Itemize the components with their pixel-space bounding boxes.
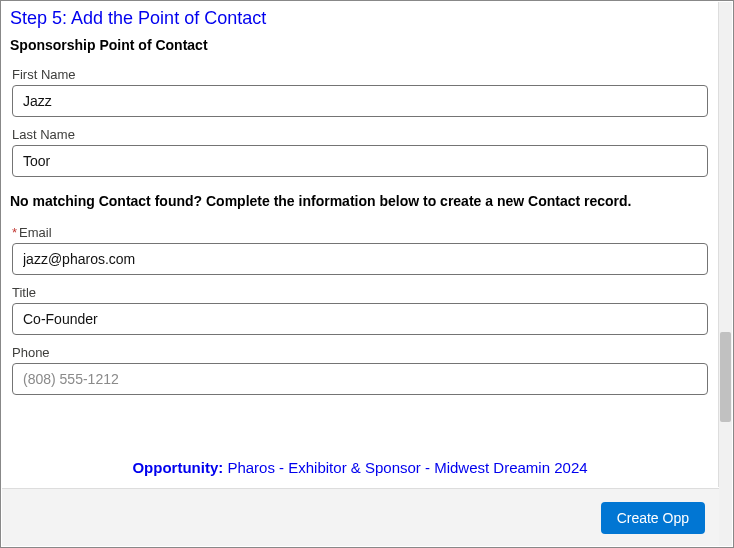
opportunity-line: Opportunity: Pharos - Exhibitor & Sponso… — [2, 401, 718, 476]
create-opp-button[interactable]: Create Opp — [601, 502, 705, 534]
phone-input[interactable] — [12, 363, 708, 395]
last-name-field: Last Name — [2, 123, 718, 183]
phone-field: Phone — [2, 341, 718, 401]
title-label: Title — [12, 285, 708, 300]
email-label-text: Email — [19, 225, 52, 240]
email-field: *Email — [2, 221, 718, 281]
first-name-label: First Name — [12, 67, 708, 82]
email-input[interactable] — [12, 243, 708, 275]
dialog-frame: Step 5: Add the Point of Contact Sponsor… — [0, 0, 734, 548]
first-name-field: First Name — [2, 63, 718, 123]
last-name-input[interactable] — [12, 145, 708, 177]
opportunity-label: Opportunity: — [132, 459, 227, 476]
first-name-input[interactable] — [12, 85, 708, 117]
no-match-helper-text: No matching Contact found? Complete the … — [2, 183, 718, 221]
step-title: Step 5: Add the Point of Contact — [2, 2, 718, 31]
footer-bar: Create Opp — [2, 488, 719, 546]
last-name-label: Last Name — [12, 127, 708, 142]
email-label: *Email — [12, 225, 708, 240]
form-body: Step 5: Add the Point of Contact Sponsor… — [2, 2, 719, 487]
phone-label: Phone — [12, 345, 708, 360]
title-field: Title — [2, 281, 718, 341]
vertical-scrollbar-track[interactable] — [719, 2, 732, 546]
opportunity-value: Pharos - Exhibitor & Sponsor - Midwest D… — [227, 459, 587, 476]
section-heading: Sponsorship Point of Contact — [2, 31, 718, 63]
vertical-scrollbar-thumb[interactable] — [720, 332, 731, 422]
title-input[interactable] — [12, 303, 708, 335]
required-asterisk: * — [12, 225, 17, 240]
